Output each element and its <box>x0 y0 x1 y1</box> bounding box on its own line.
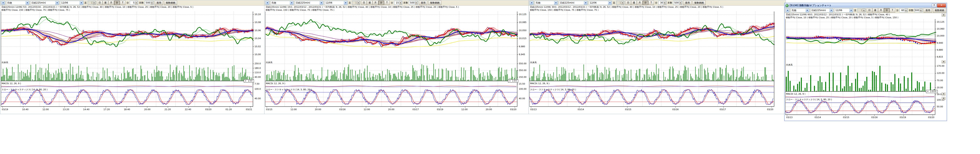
price-axis-label: 10,02 <box>255 45 265 48</box>
period-button[interactable]: 週 <box>872 8 878 13</box>
multi-symbol-button[interactable]: 複数銘柄 <box>692 1 706 5</box>
multi-symbol-button[interactable]: 複数銘柄 <box>164 1 177 5</box>
period-button[interactable]: 分 <box>643 1 648 5</box>
macd-axis: 15.50 <box>519 83 529 86</box>
help-button[interactable]: ? <box>932 3 937 7</box>
chart-canvas[interactable] <box>0 0 264 114</box>
spinner-icon[interactable] <box>863 9 865 12</box>
spinner-icon[interactable] <box>920 9 922 12</box>
spinner-icon[interactable] <box>679 1 682 4</box>
contract-select[interactable]: 12/06 <box>325 1 348 5</box>
volume-axis: 550.00350.00150.00 <box>519 62 529 79</box>
contract-select[interactable]: 12/06 <box>589 1 612 5</box>
multi-symbol-button[interactable]: 複数銘柄 <box>428 1 441 5</box>
minutes-field[interactable]: 60 <box>900 8 908 12</box>
spinner-icon[interactable] <box>905 9 907 12</box>
instrument-select[interactable]: 日経225mini <box>30 1 59 5</box>
period-button[interactable]: 週 <box>103 1 108 5</box>
period-button[interactable]: 日 <box>625 1 631 5</box>
period-button[interactable]: 日 <box>867 8 872 13</box>
period-button[interactable]: 日 <box>361 1 367 5</box>
apply-button[interactable]: 適用 <box>924 8 932 13</box>
period-button[interactable]: 月 <box>637 1 643 5</box>
macd-axis-label: 15.50 <box>519 83 529 85</box>
time-axis-label: 03/17 <box>412 108 419 111</box>
time-axis-label: 21:20 <box>165 108 171 111</box>
category-select[interactable]: 先物 <box>791 8 810 13</box>
spinner-icon[interactable] <box>357 1 360 4</box>
spinner-icon[interactable] <box>151 1 153 4</box>
period-button[interactable]: T <box>120 1 126 5</box>
mini-dropdown[interactable] <box>265 1 269 5</box>
count-field[interactable]: 500 <box>145 1 154 5</box>
stoch-axis: 100.0050.00 <box>937 98 947 108</box>
category-select[interactable]: 先物 <box>535 1 558 5</box>
contract-select[interactable]: 12/06 <box>60 1 83 5</box>
chart-legend: 日経225mini 12/06( 15分, 2012/03/12 - 2012/… <box>266 6 518 11</box>
apply-button[interactable]: 適用 <box>419 1 427 5</box>
spinner-icon[interactable] <box>135 1 138 4</box>
chevron-down-icon <box>344 1 347 5</box>
period-button[interactable]: 週 <box>367 1 372 5</box>
spinner-icon[interactable] <box>93 1 95 4</box>
period-button[interactable]: 分 <box>884 8 889 13</box>
apply-button[interactable]: 適用 <box>683 1 692 5</box>
mini-dropdown[interactable] <box>785 8 790 13</box>
period-button[interactable]: 月 <box>373 1 378 5</box>
period-button[interactable]: T <box>890 8 895 13</box>
close-icon[interactable]: ✕ <box>937 3 946 7</box>
count-field[interactable]: 500 <box>673 1 682 5</box>
spinner-icon[interactable] <box>399 1 402 4</box>
multi-symbol-button[interactable]: 複数銘柄 <box>933 8 946 13</box>
minutes-field[interactable]: 15 <box>394 1 402 5</box>
period-button[interactable]: 分 <box>114 1 120 5</box>
category-value: 先物 <box>7 1 12 5</box>
pane-collapse-button[interactable] <box>942 97 945 100</box>
period-button[interactable]: T <box>384 1 390 5</box>
period-button[interactable]: T <box>648 1 654 5</box>
instrument-select[interactable]: 日経225mini <box>294 1 323 5</box>
mini-dropdown[interactable] <box>1 1 5 5</box>
chart-canvas[interactable] <box>264 0 529 114</box>
spinner-icon[interactable] <box>621 1 624 4</box>
window-titlebar[interactable]: [5130] 指数先物/オプションチャート ? ✕ <box>784 3 947 8</box>
period-buttons: 日週月分T <box>867 8 895 13</box>
period-button[interactable]: 日 <box>97 1 102 5</box>
stoch-axis-label: 40.00 <box>519 97 529 100</box>
pane-collapse-button[interactable] <box>942 60 945 63</box>
pane-collapse-button[interactable] <box>942 13 945 16</box>
chart-canvas[interactable] <box>529 0 786 114</box>
period-button[interactable]: 週 <box>631 1 637 5</box>
time-axis-label: 12:00 <box>43 108 49 111</box>
time-axis-label: 10:40 <box>22 108 29 111</box>
legend-line1: 日経225mini 12/06( 60分, 2012/03/12 - 2012/… <box>786 13 935 16</box>
category-select[interactable]: 先物 <box>6 1 29 5</box>
minutes-field[interactable]: 5 <box>130 1 138 5</box>
time-axis-label: 03/13 <box>786 116 792 119</box>
bar-interval-field: 1 <box>352 1 360 5</box>
mini-dropdown[interactable] <box>529 1 534 5</box>
spinner-icon[interactable] <box>663 1 666 4</box>
spinner-icon[interactable] <box>415 1 418 4</box>
period-buttons: 日週月分T <box>361 1 390 5</box>
instrument-select[interactable]: 日経225mini <box>559 1 588 5</box>
time-axis-label: 12:00 <box>364 108 370 111</box>
price-axis-label: 10,015 <box>519 37 529 40</box>
period-button[interactable]: 月 <box>108 1 114 5</box>
contract-select[interactable]: 12/06 <box>834 8 853 13</box>
apply-button[interactable]: 適用 <box>155 1 163 5</box>
instrument-select[interactable]: 日経225mini <box>810 8 834 13</box>
count-field[interactable]: 500 <box>409 1 418 5</box>
minutes-field[interactable]: 30 <box>659 1 667 5</box>
count-label: 本数 <box>668 1 672 5</box>
period-button[interactable]: 月 <box>878 8 884 13</box>
category-select[interactable]: 先物 <box>270 1 294 5</box>
period-button[interactable]: 分 <box>379 1 384 5</box>
time-axis-label: 03/15 <box>266 108 272 111</box>
stoch-axis-label: 100.0 <box>255 88 265 90</box>
time-axis-label: 03/16 <box>672 108 679 111</box>
count-field[interactable]: 500 <box>915 8 923 12</box>
minutes-value: 30 <box>660 2 663 4</box>
pane-collapse-button[interactable] <box>942 92 945 95</box>
chart-canvas[interactable] <box>784 3 947 121</box>
